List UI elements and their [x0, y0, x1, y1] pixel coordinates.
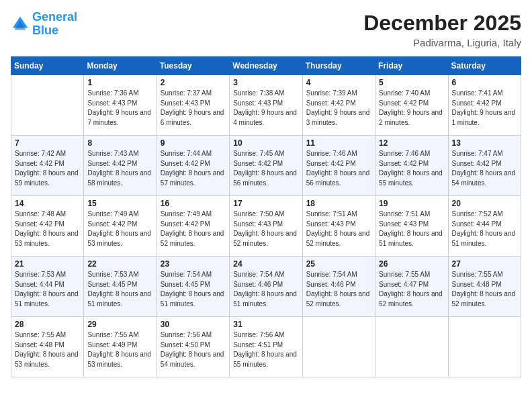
day-number: 6: [452, 78, 517, 87]
calendar-cell: 31Sunrise: 7:56 AMSunset: 4:51 PMDayligh…: [230, 317, 302, 377]
day-header-thursday: Thursday: [302, 57, 375, 75]
calendar-cell: 27Sunrise: 7:55 AMSunset: 4:48 PMDayligh…: [448, 257, 521, 317]
day-info: Sunrise: 7:50 AMSunset: 4:43 PMDaylight:…: [233, 210, 298, 248]
calendar-cell: 7Sunrise: 7:42 AMSunset: 4:42 PMDaylight…: [11, 136, 84, 196]
day-info: Sunrise: 7:42 AMSunset: 4:42 PMDaylight:…: [15, 149, 80, 188]
day-number: 29: [87, 320, 152, 329]
calendar-week-1: 1Sunrise: 7:36 AMSunset: 4:43 PMDaylight…: [11, 75, 521, 136]
day-number: 1: [87, 78, 152, 87]
day-header-sunday: Sunday: [11, 57, 84, 75]
day-info: Sunrise: 7:53 AMSunset: 4:45 PMDaylight:…: [87, 270, 152, 309]
header: General Blue December 2025 Padivarma, Li…: [11, 11, 521, 48]
calendar-cell: 20Sunrise: 7:52 AMSunset: 4:44 PMDayligh…: [448, 196, 521, 257]
day-number: 30: [161, 320, 226, 329]
calendar-cell: 29Sunrise: 7:55 AMSunset: 4:49 PMDayligh…: [84, 317, 157, 377]
calendar-cell: 10Sunrise: 7:45 AMSunset: 4:42 PMDayligh…: [230, 136, 302, 196]
day-info: Sunrise: 7:56 AMSunset: 4:50 PMDaylight:…: [161, 330, 226, 369]
day-number: 18: [306, 199, 371, 208]
day-info: Sunrise: 7:51 AMSunset: 4:43 PMDaylight:…: [306, 210, 371, 248]
day-number: 20: [452, 199, 517, 208]
logo-icon: [11, 15, 30, 34]
day-info: Sunrise: 7:55 AMSunset: 4:47 PMDaylight:…: [379, 270, 444, 309]
location-title: Padivarma, Liguria, Italy: [363, 37, 521, 48]
calendar-cell: 22Sunrise: 7:53 AMSunset: 4:45 PMDayligh…: [84, 257, 157, 317]
day-info: Sunrise: 7:40 AMSunset: 4:42 PMDaylight:…: [379, 89, 444, 128]
calendar-cell: 9Sunrise: 7:44 AMSunset: 4:42 PMDaylight…: [157, 136, 229, 196]
title-area: December 2025 Padivarma, Liguria, Italy: [363, 11, 521, 48]
calendar-cell: 17Sunrise: 7:50 AMSunset: 4:43 PMDayligh…: [230, 196, 302, 257]
day-number: 25: [306, 259, 371, 269]
calendar-cell: 12Sunrise: 7:46 AMSunset: 4:42 PMDayligh…: [375, 136, 448, 196]
day-info: Sunrise: 7:54 AMSunset: 4:45 PMDaylight:…: [161, 270, 226, 309]
calendar-cell: [448, 317, 521, 377]
day-info: Sunrise: 7:39 AMSunset: 4:42 PMDaylight:…: [306, 89, 371, 128]
day-info: Sunrise: 7:55 AMSunset: 4:48 PMDaylight:…: [15, 330, 80, 369]
day-info: Sunrise: 7:46 AMSunset: 4:42 PMDaylight:…: [379, 149, 444, 188]
day-info: Sunrise: 7:43 AMSunset: 4:42 PMDaylight:…: [87, 149, 152, 188]
calendar-cell: 1Sunrise: 7:36 AMSunset: 4:43 PMDaylight…: [84, 75, 157, 136]
day-number: 24: [233, 259, 298, 269]
day-header-tuesday: Tuesday: [157, 57, 229, 75]
calendar-cell: 13Sunrise: 7:47 AMSunset: 4:42 PMDayligh…: [448, 136, 521, 196]
calendar-cell: 15Sunrise: 7:49 AMSunset: 4:42 PMDayligh…: [84, 196, 157, 257]
day-number: 17: [233, 199, 298, 208]
day-info: Sunrise: 7:46 AMSunset: 4:42 PMDaylight:…: [306, 149, 371, 188]
calendar-cell: 5Sunrise: 7:40 AMSunset: 4:42 PMDaylight…: [375, 75, 448, 136]
month-title: December 2025: [363, 11, 521, 36]
day-number: 5: [379, 78, 444, 87]
logo-text: General Blue: [32, 11, 77, 38]
calendar-cell: 14Sunrise: 7:48 AMSunset: 4:42 PMDayligh…: [11, 196, 84, 257]
day-number: 10: [233, 138, 298, 148]
day-info: Sunrise: 7:54 AMSunset: 4:46 PMDaylight:…: [233, 270, 298, 309]
day-info: Sunrise: 7:44 AMSunset: 4:42 PMDaylight:…: [161, 149, 226, 188]
day-number: 13: [452, 138, 517, 148]
day-header-saturday: Saturday: [448, 57, 521, 75]
calendar-week-5: 28Sunrise: 7:55 AMSunset: 4:48 PMDayligh…: [11, 317, 521, 377]
day-number: 7: [15, 138, 80, 148]
day-info: Sunrise: 7:53 AMSunset: 4:44 PMDaylight:…: [15, 270, 80, 309]
calendar-cell: 11Sunrise: 7:46 AMSunset: 4:42 PMDayligh…: [302, 136, 375, 196]
day-info: Sunrise: 7:37 AMSunset: 4:43 PMDaylight:…: [161, 89, 226, 128]
calendar-cell: 18Sunrise: 7:51 AMSunset: 4:43 PMDayligh…: [302, 196, 375, 257]
calendar-cell: 2Sunrise: 7:37 AMSunset: 4:43 PMDaylight…: [157, 75, 229, 136]
day-number: 11: [306, 138, 371, 148]
logo: General Blue: [11, 11, 77, 38]
calendar-cell: 6Sunrise: 7:41 AMSunset: 4:42 PMDaylight…: [448, 75, 521, 136]
day-info: Sunrise: 7:45 AMSunset: 4:42 PMDaylight:…: [233, 149, 298, 188]
day-info: Sunrise: 7:48 AMSunset: 4:42 PMDaylight:…: [15, 210, 80, 248]
calendar-cell: [11, 75, 84, 136]
day-info: Sunrise: 7:52 AMSunset: 4:44 PMDaylight:…: [452, 210, 517, 248]
calendar-cell: 25Sunrise: 7:54 AMSunset: 4:46 PMDayligh…: [302, 257, 375, 317]
calendar-week-3: 14Sunrise: 7:48 AMSunset: 4:42 PMDayligh…: [11, 196, 521, 257]
day-info: Sunrise: 7:49 AMSunset: 4:42 PMDaylight:…: [161, 210, 226, 248]
day-number: 4: [306, 78, 371, 87]
day-number: 28: [15, 320, 80, 329]
day-number: 26: [379, 259, 444, 269]
calendar-cell: 16Sunrise: 7:49 AMSunset: 4:42 PMDayligh…: [157, 196, 229, 257]
day-header-friday: Friday: [375, 57, 448, 75]
day-number: 31: [233, 320, 298, 329]
logo-line2: Blue: [32, 24, 58, 37]
calendar-table: SundayMondayTuesdayWednesdayThursdayFrid…: [11, 56, 521, 377]
day-info: Sunrise: 7:49 AMSunset: 4:42 PMDaylight:…: [87, 210, 152, 248]
day-info: Sunrise: 7:55 AMSunset: 4:48 PMDaylight:…: [452, 270, 517, 309]
day-info: Sunrise: 7:47 AMSunset: 4:42 PMDaylight:…: [452, 149, 517, 188]
day-number: 15: [87, 199, 152, 208]
calendar-cell: 26Sunrise: 7:55 AMSunset: 4:47 PMDayligh…: [375, 257, 448, 317]
calendar-cell: [302, 317, 375, 377]
calendar-cell: 28Sunrise: 7:55 AMSunset: 4:48 PMDayligh…: [11, 317, 84, 377]
calendar-cell: 30Sunrise: 7:56 AMSunset: 4:50 PMDayligh…: [157, 317, 229, 377]
calendar-cell: 3Sunrise: 7:38 AMSunset: 4:43 PMDaylight…: [230, 75, 302, 136]
day-info: Sunrise: 7:38 AMSunset: 4:43 PMDaylight:…: [233, 89, 298, 128]
day-number: 19: [379, 199, 444, 208]
day-number: 16: [161, 199, 226, 208]
day-info: Sunrise: 7:54 AMSunset: 4:46 PMDaylight:…: [306, 270, 371, 309]
calendar-cell: 8Sunrise: 7:43 AMSunset: 4:42 PMDaylight…: [84, 136, 157, 196]
day-info: Sunrise: 7:55 AMSunset: 4:49 PMDaylight:…: [87, 330, 152, 369]
logo-line1: General: [32, 10, 77, 24]
calendar-cell: 19Sunrise: 7:51 AMSunset: 4:43 PMDayligh…: [375, 196, 448, 257]
day-number: 12: [379, 138, 444, 148]
day-info: Sunrise: 7:56 AMSunset: 4:51 PMDaylight:…: [233, 330, 298, 369]
calendar-cell: [375, 317, 448, 377]
calendar-cell: 23Sunrise: 7:54 AMSunset: 4:45 PMDayligh…: [157, 257, 229, 317]
